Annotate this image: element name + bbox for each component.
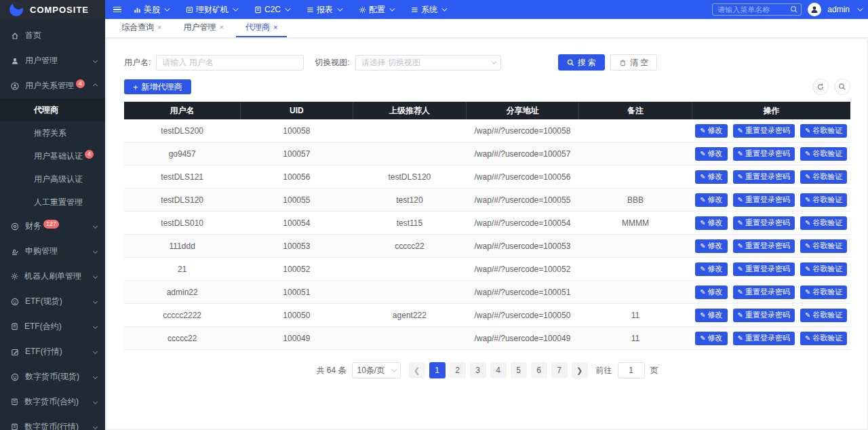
tab-agents[interactable]: 代理商× [236, 18, 287, 37]
page-suffix-label: 页 [650, 365, 658, 376]
doc-icon [11, 423, 18, 430]
username-input[interactable] [156, 55, 304, 71]
edit-button[interactable]: ✎修改 [695, 286, 727, 299]
cell-referrer [353, 142, 466, 165]
google-verify-button[interactable]: ✎谷歌验证 [800, 239, 847, 253]
google-verify-button[interactable]: ✎谷歌验证 [800, 332, 847, 345]
edit-button[interactable]: ✎修改 [695, 216, 727, 230]
reset-password-button[interactable]: ✎重置登录密码 [733, 262, 795, 276]
edit-button[interactable]: ✎修改 [695, 309, 727, 322]
nav-menu-c2c[interactable]: C2C [254, 5, 289, 14]
chevron-down-icon [93, 324, 98, 329]
pencil-icon: ✎ [805, 288, 810, 296]
sidebar-item-user-mgmt[interactable]: 用户管理 [0, 48, 105, 73]
sidebar-item-etf-contract[interactable]: ETF(合约) [0, 314, 105, 339]
table-row: testDLS200100058/wap/#/?usercode=100058✎… [124, 119, 850, 142]
page-button-1[interactable]: 1 [429, 362, 446, 378]
sidebar-item-robot[interactable]: 机器人刷单管理 [0, 264, 105, 289]
prev-page-button[interactable]: ❮ [409, 362, 425, 378]
page-button-6[interactable]: 6 [531, 362, 547, 378]
sidebar-collapse-icon[interactable] [113, 7, 121, 13]
reset-password-button[interactable]: ✎重置登录密码 [733, 147, 795, 161]
sidebar-subitem-manual-reset[interactable]: 人工重置管理 [0, 191, 105, 214]
sidebar: 首页用户管理用户关系管理4代理商推荐关系用户基础认证4用户高级认证人工重置管理财… [0, 19, 105, 430]
navbar-right: admin [712, 3, 861, 16]
sidebar-subitem-referrals[interactable]: 推荐关系 [0, 121, 105, 144]
close-icon[interactable]: × [273, 23, 277, 31]
nav-menu-system[interactable]: 系统 [411, 4, 446, 16]
google-verify-button[interactable]: ✎谷歌验证 [800, 309, 847, 322]
sidebar-item-crypto-contract[interactable]: 数字货币(合约) [0, 389, 105, 414]
pencil-icon: ✎ [738, 311, 743, 319]
google-verify-button[interactable]: ✎谷歌验证 [800, 193, 847, 207]
tab-composite-query[interactable]: 综合查询× [112, 18, 171, 37]
sidebar-item-crypto-spot[interactable]: 数字货币(现货) [0, 364, 105, 389]
cell-remark: 11 [578, 304, 692, 327]
google-verify-button[interactable]: ✎谷歌验证 [800, 216, 847, 230]
page-button-7[interactable]: 7 [551, 362, 568, 378]
nav-menu-wealth[interactable]: 理财矿机 [186, 4, 237, 16]
sidebar-item-home[interactable]: 首页 [0, 23, 105, 48]
nav-menu-reports[interactable]: 报表 [307, 4, 341, 16]
next-page-button[interactable]: ❯ [572, 362, 588, 378]
google-verify-button[interactable]: ✎谷歌验证 [800, 170, 847, 184]
pencil-icon: ✎ [805, 265, 810, 273]
edit-button[interactable]: ✎修改 [695, 124, 727, 138]
reset-password-button[interactable]: ✎重置登录密码 [733, 193, 795, 207]
google-verify-button[interactable]: ✎谷歌验证 [800, 286, 847, 299]
close-icon[interactable]: × [219, 23, 223, 31]
refresh-button[interactable] [812, 79, 829, 95]
edit-button[interactable]: ✎修改 [695, 239, 727, 253]
reset-password-button[interactable]: ✎重置登录密码 [733, 286, 795, 299]
sidebar-item-purchase[interactable]: 申购管理 [0, 239, 105, 264]
sidebar-subitem-advanced-auth[interactable]: 用户高级认证 [0, 168, 105, 191]
page-size-select[interactable]: 10条/页 [352, 362, 401, 378]
sidebar-item-crypto-quotes[interactable]: 数字货币(行情) [0, 414, 105, 430]
sidebar-item-label: 财务127 [25, 220, 59, 232]
reset-password-button[interactable]: ✎重置登录密码 [733, 170, 795, 184]
add-agent-button[interactable]: + 新增代理商 [124, 79, 191, 94]
edit-button[interactable]: ✎修改 [695, 332, 727, 345]
reset-password-button[interactable]: ✎重置登录密码 [733, 309, 795, 322]
agents-table: 用户名UID上级推荐人分享地址备注操作 testDLS200100058/wap… [124, 102, 850, 350]
sidebar-subitem-agents[interactable]: 代理商 [0, 98, 105, 121]
google-verify-button[interactable]: ✎谷歌验证 [800, 262, 847, 276]
edit-button[interactable]: ✎修改 [695, 262, 727, 276]
nav-menu-stocks[interactable]: 美股 [134, 4, 168, 16]
page-button-2[interactable]: 2 [450, 362, 466, 378]
clear-button[interactable]: 清 空 [610, 54, 657, 71]
username-label[interactable]: admin [827, 5, 850, 14]
google-verify-button[interactable]: ✎谷歌验证 [800, 147, 847, 161]
user-avatar[interactable] [808, 3, 821, 16]
pencil-icon: ✎ [805, 311, 810, 319]
reset-password-button[interactable]: ✎重置登录密码 [733, 124, 795, 138]
pencil-icon: ✎ [700, 219, 705, 227]
table-row: 111ddd100053ccccc22/wap/#/?usercode=1000… [124, 235, 850, 258]
tab-user-mgmt[interactable]: 用户管理× [174, 18, 233, 37]
column-search-button[interactable] [834, 79, 850, 95]
page-button-4[interactable]: 4 [490, 362, 507, 378]
search-button[interactable]: 搜 索 [558, 54, 605, 71]
view-switch-select[interactable]: 请选择 切换视图 [355, 55, 501, 71]
nav-menu-label: C2C [264, 5, 281, 14]
reset-password-button[interactable]: ✎重置登录密码 [733, 216, 795, 230]
page-button-3[interactable]: 3 [470, 362, 486, 378]
page-button-5[interactable]: 5 [511, 362, 527, 378]
close-icon[interactable]: × [157, 23, 161, 31]
edit-button[interactable]: ✎修改 [695, 170, 727, 184]
sidebar-item-etf-quotes[interactable]: ETF(行情) [0, 339, 105, 364]
nav-menu-config[interactable]: 配置 [359, 4, 393, 16]
cell-referrer: ccccc22 [353, 235, 466, 258]
edit-button[interactable]: ✎修改 [695, 193, 727, 207]
edit-icon [11, 348, 19, 356]
sidebar-item-finance[interactable]: 财务127 [0, 214, 105, 239]
menu-search-input[interactable] [712, 3, 802, 16]
sidebar-item-user-relation[interactable]: 用户关系管理4 [0, 73, 105, 98]
edit-button[interactable]: ✎修改 [695, 147, 727, 161]
sidebar-item-etf-spot[interactable]: ETF(现货) [0, 289, 105, 314]
reset-password-button[interactable]: ✎重置登录密码 [733, 239, 795, 253]
goto-page-input[interactable] [618, 362, 645, 378]
sidebar-subitem-basic-auth[interactable]: 用户基础认证4 [0, 144, 105, 168]
google-verify-button[interactable]: ✎谷歌验证 [800, 124, 847, 138]
reset-password-button[interactable]: ✎重置登录密码 [733, 332, 795, 345]
